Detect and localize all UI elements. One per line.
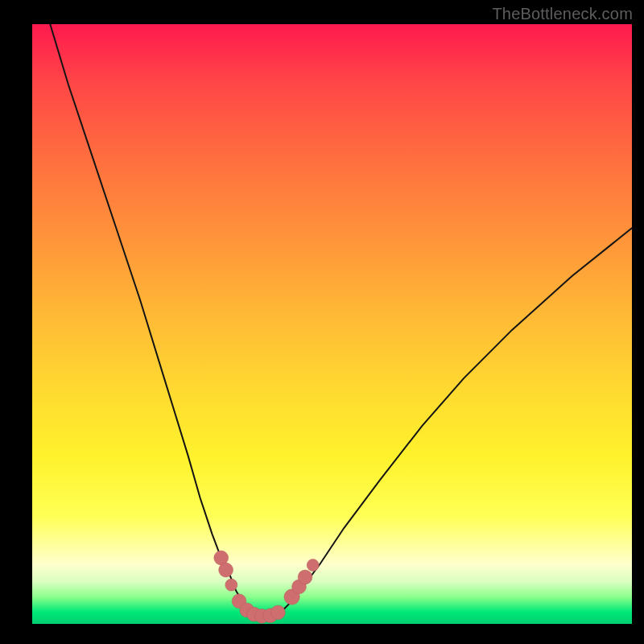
plot-area [32,24,632,624]
curve-marker [219,563,233,577]
curve-marker [225,579,237,591]
chart-frame: TheBottleneck.com [0,0,644,644]
curve-marker [298,570,312,584]
bottleneck-curve-svg [32,24,632,624]
bottleneck-curve-path [50,24,632,616]
curve-marker [307,559,319,572]
watermark-text: TheBottleneck.com [492,5,633,23]
curve-markers [214,551,319,623]
curve-marker [271,605,286,620]
